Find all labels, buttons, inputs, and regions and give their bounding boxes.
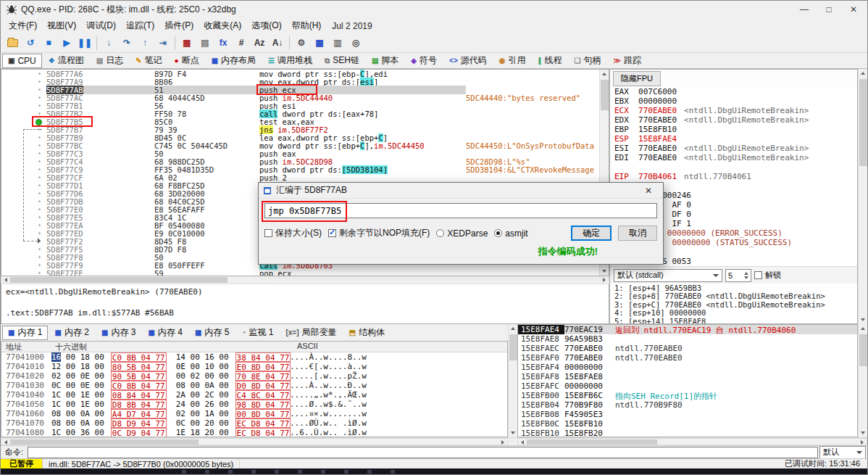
- btab-memory-1[interactable]: ▦内存 1: [2, 326, 48, 340]
- btab-locals[interactable]: [x=]局部变量: [280, 326, 342, 340]
- tab-graph[interactable]: ❖流程图: [43, 54, 90, 68]
- btab-struct[interactable]: ⬒结构体: [343, 326, 390, 340]
- close-button[interactable]: ✕: [841, 1, 866, 17]
- stack-argument-row[interactable]: 5: [esp+14] 15E8FAE8: [610, 317, 857, 323]
- tab-trace[interactable]: ≫跟踪: [607, 54, 646, 68]
- disasm-row[interactable]: 5D8F77C468 988DC25Dpush im.5DC28D985DC28…: [1, 157, 599, 165]
- pause-icon[interactable]: ❚❚: [76, 35, 93, 51]
- sort-icon[interactable]: A↓: [269, 35, 286, 51]
- stack-argument-row[interactable]: 2: [esp+8] 770EABE0 <ntdll.DbgUiRemoteBr…: [610, 292, 857, 300]
- stack-row[interactable]: 15E8FB0015E8FB6C指向SEH_Record[1]的指针: [518, 391, 857, 400]
- stack-hscrollbar[interactable]: [517, 438, 867, 445]
- btab-watch-1[interactable]: ◔监视 1: [235, 326, 279, 340]
- tab-source[interactable]: <>源代码: [443, 54, 493, 68]
- register-row[interactable]: EIP 770B4061ntdll.770B4061: [610, 172, 857, 181]
- disasm-row[interactable]: 5D8F77A6897D F4mov dword ptr ss:[ebp-C],…: [1, 70, 599, 78]
- search-gear-icon[interactable]: ◎: [347, 35, 364, 51]
- stack-row[interactable]: 15E8FB1015E8FB20: [518, 429, 857, 437]
- assemble-instruction-input[interactable]: [264, 203, 657, 218]
- title-bar[interactable]: QQ.exe - PID: 268C - 模块: im.dll - 线程: 25…: [1, 1, 867, 18]
- log-icon[interactable]: ▤: [196, 35, 214, 51]
- menu-item-1[interactable]: 视图(V): [42, 18, 81, 33]
- register-row[interactable]: ESP 15E8FAE4: [610, 134, 857, 144]
- argument-count-stepper[interactable]: 5: [725, 269, 751, 282]
- command-input[interactable]: [28, 447, 818, 458]
- stack-row[interactable]: 15E8FAFC00000000: [518, 381, 857, 391]
- nop-fill-checkbox[interactable]: 剩余字节以NOP填充(F): [328, 227, 430, 239]
- cpu-chip-icon[interactable]: ▦: [311, 35, 328, 51]
- stack-vscrollbar[interactable]: [858, 324, 867, 437]
- unlock-checkbox[interactable]: 解锁: [754, 270, 781, 281]
- dump-row[interactable]: 770410401C 00 1E 0008 84 04 772A 00 2C 0…: [1, 390, 507, 400]
- dump-row[interactable]: 7704100016 00 18 00C0 8B 04 7714 00 16 0…: [1, 352, 507, 362]
- dump-vscrollbar[interactable]: [508, 324, 517, 437]
- menu-item-6[interactable]: 选项(O): [246, 18, 286, 33]
- step-out-icon[interactable]: ↑: [136, 35, 154, 51]
- windows-taskbar[interactable]: [1, 468, 867, 474]
- tab-cpu[interactable]: ▣CPU: [2, 54, 42, 68]
- registers-vscrollbar[interactable]: [858, 69, 867, 324]
- btab-memory-3[interactable]: ▦内存 3: [96, 326, 141, 340]
- tab-script[interactable]: ▤脚本: [366, 54, 404, 68]
- register-row[interactable]: ESI 770EABE0<ntdll.DbgUiRemoteBreakin>: [610, 144, 857, 153]
- stack-argument-row[interactable]: 1: [esp+4] 96A59BB3: [610, 284, 857, 292]
- tab-handles[interactable]: ❏句柄: [568, 54, 606, 68]
- stack-row[interactable]: 15E8FAF400000000: [518, 363, 857, 372]
- fx-icon[interactable]: fx: [214, 35, 232, 51]
- patch-icon[interactable]: ▩: [178, 35, 196, 51]
- step-into-icon[interactable]: ↓: [100, 35, 117, 51]
- stack-row[interactable]: 15E8FAEC770EABE0ntdll.770EABE0: [518, 344, 857, 353]
- tab-references[interactable]: ◉引用: [493, 54, 532, 68]
- register-row[interactable]: EAX 007C6000: [610, 87, 857, 96]
- disasm-row[interactable]: 5D8F77B779 39jns im.5D8F77F2: [1, 125, 599, 133]
- run-icon[interactable]: ▶: [58, 35, 75, 51]
- stack-row[interactable]: 15E8FB08F45905E3: [518, 410, 857, 419]
- disasm-row[interactable]: 5D8F77B98D45 0Clea eax,dword ptr ss:[ebp…: [1, 133, 599, 141]
- dump-row[interactable]: 770410501C 00 1E 00D8 8B 04 7724 00 26 0…: [1, 400, 507, 409]
- menu-item-4[interactable]: 插件(P): [159, 18, 199, 33]
- register-row[interactable]: EDX 770EABE0<ntdll.DbgUiRemoteBreakin>: [610, 115, 857, 125]
- text-az-icon[interactable]: Az: [251, 35, 268, 51]
- disasm-row[interactable]: 5D8F77FE59pop ecx: [1, 269, 599, 276]
- dump-hscrollbar[interactable]: [1, 438, 508, 445]
- menu-item-0[interactable]: 文件(F): [4, 18, 42, 33]
- step-over-icon[interactable]: ↷: [118, 35, 135, 51]
- register-row[interactable]: [610, 162, 857, 172]
- tab-threads[interactable]: ∥线程: [532, 54, 567, 68]
- calling-convention-select[interactable]: 默认 (stdcall): [614, 269, 722, 282]
- tab-symbols[interactable]: ◈符号: [405, 54, 443, 68]
- hide-fpu-button[interactable]: 隐藏FPU: [613, 71, 661, 86]
- maximize-button[interactable]: □: [817, 1, 841, 17]
- stack-argument-row[interactable]: 4: [esp+10] 00000000: [610, 308, 857, 316]
- btab-memory-5[interactable]: ▦内存 5: [189, 326, 235, 340]
- disasm-row[interactable]: 5D8F77C9FF35 0481D35Dpush dword ptr ds:[…: [1, 165, 599, 173]
- tab-notes[interactable]: ✎笔记: [130, 54, 167, 68]
- dump-row[interactable]: 7704106008 00 0A 00A4 D7 04 7702 00 1A 0…: [1, 409, 507, 418]
- btab-memory-4[interactable]: ▦内存 4: [142, 326, 188, 340]
- register-row[interactable]: EBX 00000000: [610, 96, 857, 106]
- stop-icon[interactable]: ■: [40, 35, 57, 51]
- menu-item-3[interactable]: 追踪(T): [121, 18, 159, 33]
- register-row[interactable]: EBP 15E8FB10: [610, 125, 857, 134]
- disasm-row[interactable]: 5D8F77B2FF50 78call dword ptr ds:[eax+78…: [1, 110, 599, 117]
- btab-memory-2[interactable]: ▦内存 2: [49, 326, 94, 340]
- dump-row[interactable]: 7704101012 00 18 0080 5B 04 770E 00 10 0…: [1, 362, 507, 371]
- stack-row[interactable]: 15E8FB04770B9F80ntdll.770B9F80: [518, 400, 857, 410]
- hash-icon[interactable]: #: [233, 35, 250, 51]
- disasm-row[interactable]: 5D8F77AC68 4044C45Dpush im.5DC444405DC44…: [1, 94, 599, 102]
- keep-size-checkbox[interactable]: 保持大小(S): [264, 227, 322, 239]
- dump-row[interactable]: 770410801C 00 36 000C D9 04 771E 18 20 0…: [1, 428, 507, 437]
- disasm-row[interactable]: 5D8F77BCC745 0C 5044C45Dmov dword ptr ss…: [1, 141, 599, 149]
- menu-item-5[interactable]: 收藏夹(A): [199, 18, 246, 33]
- stack-row[interactable]: 15E8FAF0770EABE0ntdll.770EABE0: [518, 353, 857, 363]
- settings-icon[interactable]: ⚙: [293, 35, 310, 51]
- disasm-row[interactable]: 5D8F77CF6A 02push 2: [1, 173, 599, 181]
- ok-button[interactable]: 确定: [571, 226, 612, 241]
- tab-log[interactable]: ▤日志: [91, 54, 129, 68]
- cancel-button[interactable]: 取消: [618, 226, 657, 241]
- stack-argument-row[interactable]: 3: [esp+C] 770EABE0 <ntdll.DbgUiRemoteBr…: [610, 300, 857, 308]
- stack-row[interactable]: 15E8FAF815E8FAE8: [518, 372, 857, 381]
- tab-breakpoints[interactable]: ●断点: [169, 54, 205, 68]
- tab-call-stack[interactable]: ☰调用堆栈: [262, 54, 318, 68]
- register-row[interactable]: EDI 770EABE0<ntdll.DbgUiRemoteBreakin>: [610, 153, 857, 162]
